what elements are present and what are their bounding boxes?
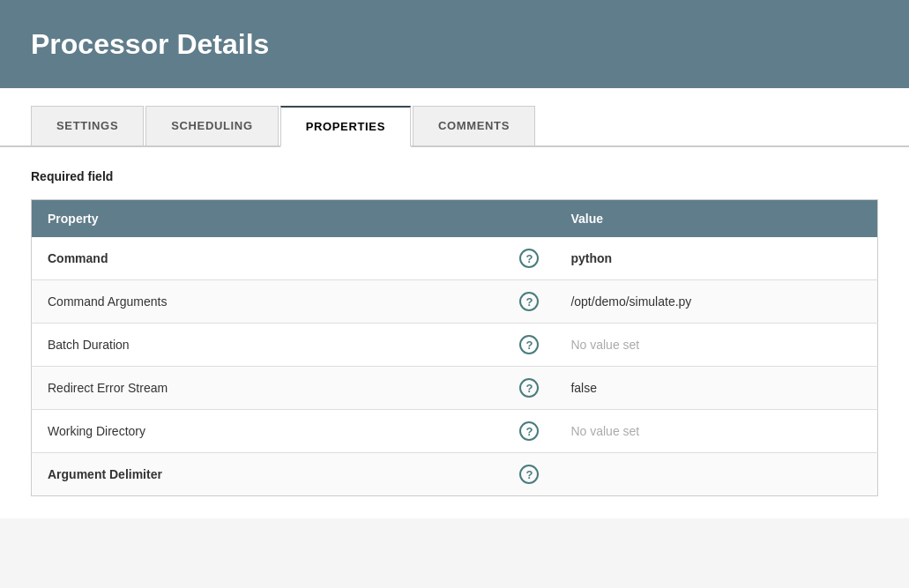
tab-scheduling[interactable]: SCHEDULING (145, 106, 278, 145)
table-header-row: Property Value (32, 200, 878, 238)
property-value: python (555, 237, 877, 280)
property-icon-cell: ? (503, 280, 555, 324)
content-area: SETTINGSSCHEDULINGPROPERTIESCOMMENTS Req… (0, 88, 909, 518)
column-value: Value (555, 200, 877, 238)
property-value: No value set (555, 324, 877, 367)
column-icon-spacer (503, 200, 555, 238)
table-row: Working Directory?No value set (32, 410, 878, 453)
tab-settings[interactable]: SETTINGS (31, 106, 144, 145)
property-name: Working Directory (32, 410, 504, 453)
help-icon[interactable]: ? (519, 465, 539, 484)
required-field-label: Required field (31, 169, 878, 183)
header: Processor Details (0, 0, 909, 88)
help-icon[interactable]: ? (519, 335, 539, 354)
property-name: Batch Duration (32, 324, 504, 367)
property-icon-cell: ? (503, 453, 555, 496)
help-icon[interactable]: ? (519, 378, 539, 398)
table-row: Batch Duration?No value set (32, 324, 878, 367)
property-value: No value set (555, 410, 877, 453)
tab-comments[interactable]: COMMENTS (413, 106, 535, 145)
property-name: Argument Delimiter (32, 453, 504, 496)
property-value (555, 453, 877, 496)
help-icon[interactable]: ? (519, 249, 539, 268)
property-name: Command (32, 237, 504, 280)
property-icon-cell: ? (503, 324, 555, 367)
property-icon-cell: ? (503, 237, 555, 280)
property-value: false (555, 367, 877, 410)
table-row: Argument Delimiter? (32, 453, 878, 496)
properties-table: Property Value Command?pythonCommand Arg… (31, 199, 878, 496)
property-icon-cell: ? (503, 367, 555, 410)
table-row: Command?python (32, 237, 878, 280)
property-name: Command Arguments (32, 280, 504, 324)
page-title: Processor Details (31, 28, 269, 61)
table-row: Command Arguments?/opt/demo/simulate.py (32, 280, 878, 324)
table-row: Redirect Error Stream?false (32, 367, 878, 410)
tabs-container: SETTINGSSCHEDULINGPROPERTIESCOMMENTS (0, 88, 909, 147)
help-icon[interactable]: ? (519, 421, 539, 441)
tab-properties[interactable]: PROPERTIES (280, 106, 411, 147)
column-property: Property (32, 200, 504, 238)
help-icon[interactable]: ? (519, 292, 539, 311)
property-name: Redirect Error Stream (32, 367, 504, 410)
property-icon-cell: ? (503, 410, 555, 453)
property-value: /opt/demo/simulate.py (555, 280, 877, 324)
main-content: Required field Property Value Command?py… (0, 147, 909, 518)
